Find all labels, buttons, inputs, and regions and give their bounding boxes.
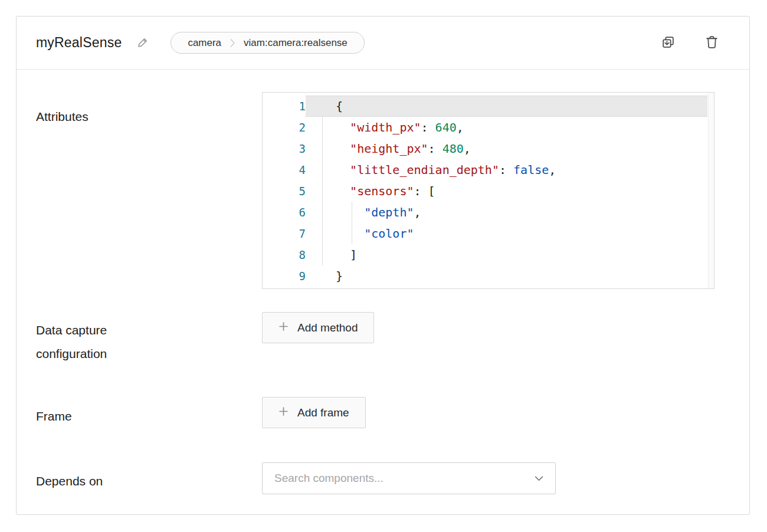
code-line[interactable]: 6 "depth",	[263, 202, 714, 223]
line-number: 2	[263, 117, 306, 138]
data-capture-label: Data capture configuration	[36, 318, 175, 366]
plus-icon	[278, 406, 289, 419]
code-line[interactable]: 2 "width_px": 640,	[263, 117, 714, 138]
code-line-content: ]	[306, 244, 707, 265]
depends-on-label: Depends on	[36, 469, 103, 493]
component-model: viam:camera:realsense	[244, 37, 348, 49]
indent-guide	[352, 202, 352, 244]
component-type-pill: camera viam:camera:realsense	[171, 32, 364, 54]
line-number: 6	[263, 202, 306, 223]
code-line-content: "depth",	[306, 202, 707, 223]
component-card: myRealSense camera viam:camera:realsense	[16, 16, 750, 515]
line-number: 9	[263, 265, 306, 287]
component-type: camera	[188, 37, 221, 49]
line-number: 5	[263, 180, 306, 202]
duplicate-icon	[661, 35, 676, 51]
plus-icon	[278, 321, 289, 334]
duplicate-button[interactable]	[661, 35, 676, 51]
add-method-label: Add method	[297, 321, 358, 334]
code-line-content: "little_endian_depth": false,	[306, 159, 707, 180]
rename-button[interactable]	[137, 36, 149, 50]
code-line[interactable]: 8 ]	[263, 244, 714, 265]
code-line[interactable]: 4 "little_endian_depth": false,	[263, 159, 714, 180]
attributes-code-editor[interactable]: 1{2 "width_px": 640,3 "height_px": 480,4…	[262, 92, 714, 289]
code-line[interactable]: 1{	[263, 96, 714, 117]
code-line-content: }	[306, 265, 707, 287]
code-line-content: "width_px": 640,	[306, 117, 707, 138]
chevron-down-icon	[535, 473, 543, 484]
line-number: 3	[263, 138, 306, 159]
code-line[interactable]: 5 "sensors": [	[263, 180, 714, 202]
edit-pencil-icon	[137, 36, 149, 50]
trash-icon	[705, 35, 719, 51]
frame-label: Frame	[36, 405, 72, 428]
attributes-code: 1{2 "width_px": 640,3 "height_px": 480,4…	[263, 96, 714, 287]
component-title: myRealSense	[36, 35, 122, 51]
delete-button[interactable]	[705, 35, 719, 51]
line-number: 4	[263, 159, 306, 180]
attributes-label: Attributes	[36, 105, 88, 129]
code-line-content: "color"	[306, 223, 707, 244]
code-line-content: "sensors": [	[306, 180, 707, 202]
component-header: myRealSense camera viam:camera:realsense	[17, 17, 749, 70]
line-number: 7	[263, 223, 306, 244]
depends-on-select[interactable]	[262, 462, 556, 494]
header-actions	[661, 35, 719, 51]
breadcrumb-chevron-icon	[230, 38, 235, 48]
editor-scrollbar[interactable]	[708, 93, 714, 288]
code-line[interactable]: 9}	[263, 265, 714, 287]
code-line-content: "height_px": 480,	[306, 138, 707, 159]
code-line-content: {	[306, 96, 707, 117]
line-number: 8	[263, 244, 306, 265]
indent-guide	[322, 117, 323, 265]
add-method-button[interactable]: Add method	[262, 312, 374, 343]
depends-on-search-input[interactable]	[274, 472, 535, 485]
line-number: 1	[263, 96, 306, 117]
code-line[interactable]: 7 "color"	[263, 223, 714, 244]
add-frame-label: Add frame	[297, 406, 349, 419]
code-line[interactable]: 3 "height_px": 480,	[263, 138, 714, 159]
add-frame-button[interactable]: Add frame	[262, 397, 366, 428]
